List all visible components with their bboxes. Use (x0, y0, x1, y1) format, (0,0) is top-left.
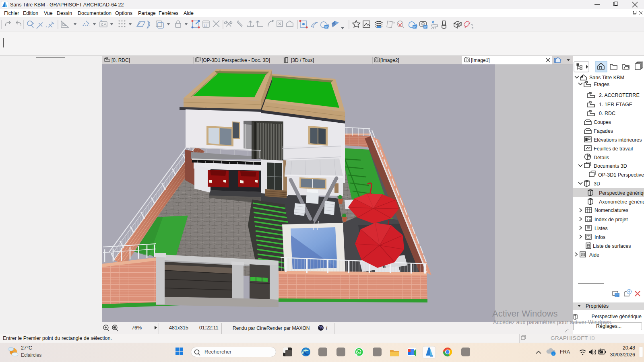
svg-text:12: 12 (204, 24, 207, 27)
svg-text:i: i (326, 325, 327, 331)
svg-text:i: i (553, 352, 553, 356)
